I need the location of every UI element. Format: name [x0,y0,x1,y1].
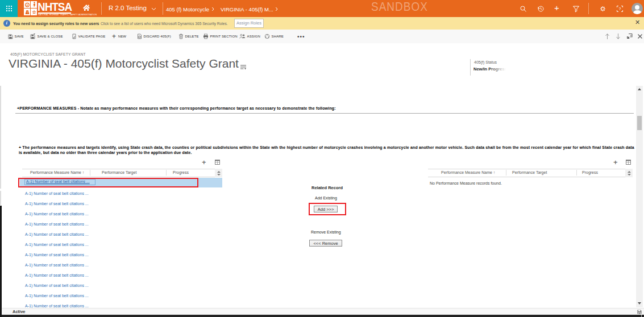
svg-text:?: ? [619,7,621,11]
